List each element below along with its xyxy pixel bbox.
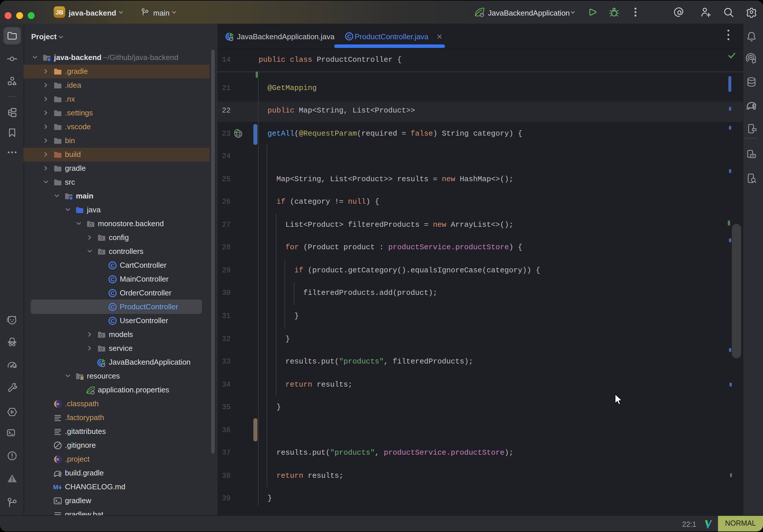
- svg-text:C: C: [111, 318, 115, 324]
- svg-text:C: C: [111, 304, 115, 310]
- svg-text:C: C: [111, 276, 115, 282]
- svg-text:C: C: [111, 262, 115, 268]
- svg-text:M: M: [53, 483, 58, 490]
- svg-text:C: C: [111, 290, 115, 296]
- svg-text:C: C: [347, 33, 351, 39]
